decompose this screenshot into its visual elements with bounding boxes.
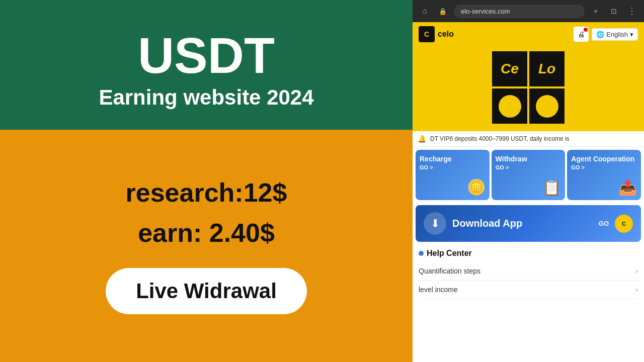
bell-icon: 🔔	[418, 135, 426, 143]
logo-area: C celo	[419, 26, 454, 42]
action-grid: Recharge GO > 🪙 Withdraw GO > 📋 Agent Co…	[413, 147, 644, 203]
url-text: elo-services.com	[461, 8, 510, 15]
help-center-section: Help Center Quantification steps › level…	[413, 244, 644, 304]
recharge-button[interactable]: Recharge GO > 🪙	[416, 150, 490, 200]
header-actions: 🖨 🌐 English ▾	[574, 27, 638, 42]
chevron-right-icon-2: ›	[635, 286, 638, 294]
agent-go: GO >	[571, 164, 585, 170]
celo-cell-dot-left	[492, 88, 527, 124]
download-icon: ⬇	[424, 212, 446, 235]
browser-chrome: ⌂ 🔒 elo-services.com + ⊡ ⋮	[413, 0, 644, 22]
help-center-title: Help Center	[427, 249, 472, 258]
recharge-icon: 🪙	[467, 178, 486, 196]
help-item-level-income[interactable]: level income ›	[419, 281, 638, 299]
download-app-label: Download App	[452, 218, 593, 229]
celo-logo-name: celo	[438, 30, 454, 39]
ticker-bar: 🔔 DT VIP6 deposits 4000–7999 USDT, daily…	[413, 131, 644, 147]
globe-icon: 🌐	[596, 31, 604, 38]
website-content: C celo 🖨 🌐 English ▾ Ce Lo	[413, 22, 644, 362]
usdt-title: USDT	[138, 30, 275, 80]
language-selector[interactable]: 🌐 English ▾	[592, 28, 638, 41]
celo-dot-right	[536, 95, 558, 118]
tab-switcher-button[interactable]: ⊡	[607, 4, 621, 18]
celo-cell-lo-text: Lo	[529, 51, 565, 86]
research-text: research:12$	[126, 177, 287, 208]
download-go-label: GO	[599, 220, 609, 227]
agent-label: Agent Cooperation	[571, 155, 634, 163]
browser-menu-button[interactable]: ⋮	[625, 4, 639, 18]
left-panel: USDT Earning website 2024 research:12$ e…	[0, 0, 413, 362]
left-top-section: USDT Earning website 2024	[0, 15, 413, 130]
language-label: English	[606, 31, 628, 38]
celo-cell-dot-right	[529, 88, 565, 124]
earn-text: earn: 2.40$	[138, 218, 275, 248]
agent-cooperation-button[interactable]: Agent Cooperation GO > 📤	[567, 150, 641, 200]
earning-subtitle: Earning website 2024	[99, 85, 313, 110]
phone-panel: ⌂ 🔒 elo-services.com + ⊡ ⋮ C celo 🖨 🌐 E	[413, 0, 644, 362]
help-center-header: Help Center	[419, 249, 638, 258]
celo-logo-grid: Ce Lo	[492, 51, 565, 124]
notification-button[interactable]: 🖨	[574, 27, 589, 42]
live-withdrawal-button[interactable]: Live Widrawal	[106, 268, 307, 314]
notification-badge	[584, 28, 588, 32]
agent-icon: 📤	[618, 178, 637, 196]
recharge-go: GO >	[420, 164, 433, 170]
withdraw-icon: 📋	[542, 178, 561, 196]
chevron-right-icon: ›	[635, 267, 638, 275]
celo-logo-icon: C	[419, 26, 435, 42]
new-tab-button[interactable]: +	[589, 4, 603, 18]
withdraw-label: Withdraw	[496, 155, 527, 163]
home-icon[interactable]: ⌂	[418, 4, 432, 18]
left-bottom-section: research:12$ earn: 2.40$ Live Widrawal	[0, 130, 413, 362]
quantification-steps-label: Quantification steps	[419, 267, 480, 275]
site-header: C celo 🖨 🌐 English ▾	[413, 22, 644, 46]
ticker-text: DT VIP6 deposits 4000–7999 USDT, daily i…	[430, 135, 570, 142]
recharge-label: Recharge	[420, 155, 452, 163]
celo-dot-left	[499, 95, 521, 118]
url-bar[interactable]: elo-services.com	[454, 5, 585, 18]
help-item-quantification[interactable]: Quantification steps ›	[419, 262, 638, 281]
chevron-down-icon: ▾	[630, 31, 633, 38]
level-income-label: level income	[419, 286, 458, 294]
security-icon: 🔒	[436, 4, 450, 18]
download-app-banner[interactable]: ⬇ Download App GO C	[416, 205, 641, 242]
celo-logo-big: Ce Lo	[413, 46, 644, 131]
withdraw-button[interactable]: Withdraw GO > 📋	[492, 150, 566, 200]
celo-cell-ce: Ce	[492, 51, 527, 86]
download-celo-badge: C	[615, 215, 633, 233]
help-center-dot	[419, 251, 424, 256]
withdraw-go: GO >	[496, 164, 509, 170]
